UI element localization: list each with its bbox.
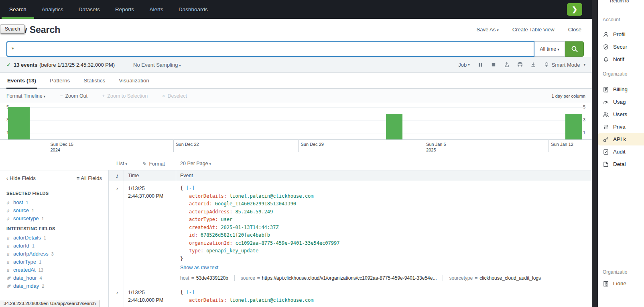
events-table-header: i Time Event xyxy=(109,170,592,181)
tab[interactable]: Patterns xyxy=(49,73,71,88)
nav-item[interactable]: Analytics xyxy=(34,0,71,19)
create-table-view-button[interactable]: Create Table View xyxy=(512,27,555,33)
menu-item-usage[interactable]: Usag xyxy=(598,96,644,108)
per-page-dropdown[interactable]: 20 Per Page▾ xyxy=(180,161,211,166)
menu-item-details[interactable]: Detai xyxy=(598,158,644,170)
event-sampling-dropdown[interactable]: No Event Sampling▾ xyxy=(133,62,181,68)
nav-item[interactable]: Datasets xyxy=(71,0,108,19)
menu-item-audit[interactable]: Audit xyxy=(598,145,644,158)
field-row: # date_hour 4 xyxy=(0,274,108,282)
json-value[interactable]: 678526d582c1f20fac4babfb xyxy=(201,232,270,238)
menu-item-api-keys[interactable]: API k xyxy=(598,133,644,145)
menu-item-profile[interactable]: Profil xyxy=(598,28,644,41)
timeline-bar[interactable] xyxy=(565,114,582,139)
json-key[interactable]: actorDetails: xyxy=(189,297,227,303)
field-name-link[interactable]: date_mday xyxy=(13,283,39,289)
json-value[interactable]: 2025-01-13T14:44:37Z xyxy=(221,225,279,230)
nav-item[interactable]: Search xyxy=(2,0,34,19)
format-button[interactable]: ✎Format xyxy=(142,161,165,167)
menu-item-security[interactable]: Secur xyxy=(598,41,644,53)
return-link[interactable]: Return to xyxy=(610,0,629,3)
field-name-link[interactable]: actorIpAddress xyxy=(13,251,48,257)
menu-item-private-endpoints[interactable]: Priva xyxy=(598,121,644,133)
hide-fields-link[interactable]: ‹ Hide Fields xyxy=(6,175,36,181)
bell-icon xyxy=(603,56,609,63)
meta-value[interactable]: https://api.clickhouse.cloud/v1/organiza… xyxy=(262,275,437,281)
event-expander[interactable]: › xyxy=(109,285,124,307)
json-value[interactable]: Google_114602629918513043390 xyxy=(215,201,296,207)
field-name-link[interactable]: actorType xyxy=(13,259,36,265)
search-query-text: * xyxy=(11,46,14,52)
field-type-icon: # xyxy=(6,275,10,281)
json-value[interactable]: lionel.palacin@clickhouse.com xyxy=(230,193,314,199)
pause-button[interactable] xyxy=(477,62,483,68)
list-view-dropdown[interactable]: List▾ xyxy=(116,161,127,166)
close-button[interactable]: Close xyxy=(568,27,581,33)
export-button[interactable] xyxy=(530,62,536,68)
field-name-link[interactable]: actorDetails xyxy=(13,235,41,241)
json-value[interactable]: user xyxy=(221,217,232,222)
tab[interactable]: Statistics xyxy=(83,73,106,88)
menu-item-users[interactable]: Users xyxy=(598,108,644,121)
stop-button[interactable] xyxy=(491,62,496,68)
event-meta-item: sourcetype=clickhouse_cloud_audit_logs xyxy=(443,275,541,281)
field-name-link[interactable]: sourcetype xyxy=(13,215,39,221)
field-name-link[interactable]: date_hour xyxy=(13,275,37,281)
json-value[interactable]: lionel.palacin@clickhouse.com xyxy=(230,297,314,303)
collapse-json-link[interactable]: [-] xyxy=(186,185,195,191)
field-count: 1 xyxy=(44,235,46,240)
show-raw-text-link[interactable]: Show as raw text xyxy=(180,265,218,270)
tab[interactable]: Visualization xyxy=(118,73,150,88)
timeline-bar[interactable] xyxy=(8,107,30,139)
menu-item-notifications[interactable]: Notif xyxy=(598,53,644,65)
json-value[interactable]: openapi_key_update xyxy=(206,248,258,254)
field-row: a actorType 1 xyxy=(0,258,108,266)
timeline-toolbar: Format Timeline▾ −Zoom Out +Zoom to Sele… xyxy=(0,89,592,103)
collapse-json-link[interactable]: [-] xyxy=(186,289,195,295)
format-timeline-dropdown[interactable]: Format Timeline▾ xyxy=(6,93,45,99)
field-name-link[interactable]: actorId xyxy=(13,243,29,249)
timeline-bar[interactable] xyxy=(386,114,402,139)
smart-mode-toggle[interactable]: Smart Mode▾ xyxy=(544,62,585,68)
all-fields-link[interactable]: ≡ All Fields xyxy=(77,175,102,181)
search-button[interactable] xyxy=(565,41,584,57)
event-expander[interactable]: › xyxy=(109,181,124,285)
json-value[interactable]: 85.246.59.249 xyxy=(235,209,273,215)
menu-item-organization[interactable]: Lione xyxy=(598,277,644,290)
menu-item-billing[interactable]: Billing xyxy=(598,83,644,96)
field-name-link[interactable]: createdAt xyxy=(13,267,36,273)
json-key[interactable]: createdAt: xyxy=(189,225,218,230)
nav-item[interactable]: Reports xyxy=(108,0,142,19)
nav-item[interactable]: Alerts xyxy=(142,0,171,19)
tab[interactable]: Events (13) xyxy=(6,73,37,88)
meta-value[interactable]: 53de4339120b xyxy=(196,275,228,281)
json-key[interactable]: actorType: xyxy=(189,217,218,222)
meta-value[interactable]: clickhouse_cloud_audit_logs xyxy=(479,275,541,281)
share-icon xyxy=(504,62,510,68)
json-key[interactable]: actorIpAddress: xyxy=(189,209,232,215)
json-key[interactable]: type: xyxy=(189,248,203,254)
json-field-line: actorIpAddress:85.246.59.249 xyxy=(180,208,586,216)
splunk-logo-button[interactable]: ❯ xyxy=(567,3,582,16)
x-tick-label: Sun Dec 29 xyxy=(298,141,323,147)
field-name-link[interactable]: source xyxy=(13,207,29,213)
json-key[interactable]: organizationId: xyxy=(189,240,232,246)
caret-down-icon: ▾ xyxy=(583,63,585,67)
field-name-link[interactable]: host xyxy=(13,199,23,205)
print-button[interactable] xyxy=(517,62,523,68)
json-key[interactable]: actorDetails: xyxy=(189,193,227,199)
json-key[interactable]: id: xyxy=(189,232,198,238)
caret-down-icon: ▾ xyxy=(179,63,181,68)
magnifier-icon xyxy=(571,45,578,53)
time-range-picker[interactable]: All time▾ xyxy=(534,41,565,57)
search-input[interactable]: * xyxy=(6,41,534,57)
save-as-button[interactable]: Save As▾ xyxy=(476,27,498,33)
json-key[interactable]: actorId: xyxy=(189,201,212,207)
swap-arrows-icon xyxy=(603,124,609,130)
job-menu[interactable]: Job▾ xyxy=(458,62,470,68)
zoom-out-button[interactable]: −Zoom Out xyxy=(60,93,87,99)
json-value[interactable]: cc1092aa-8775-459e-9401-33e54ec07997 xyxy=(235,240,339,246)
nav-item[interactable]: Dashboards xyxy=(171,0,215,19)
json-fields: actorDetails:lionel.palacin@clickhouse.c… xyxy=(180,192,586,255)
share-button[interactable] xyxy=(504,62,510,68)
